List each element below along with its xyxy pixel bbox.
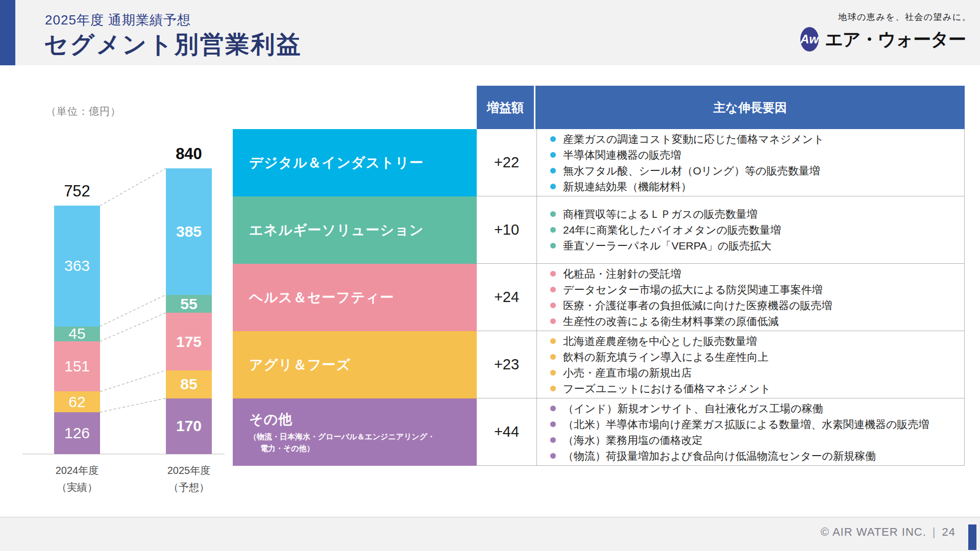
segment-label-block: ヘルス＆セーフティー <box>233 264 477 331</box>
bullet-dot-icon <box>550 406 556 411</box>
factor-text: 新規連結効果（機能材料） <box>563 179 692 194</box>
factor-text: 北海道産農産物を中心とした販売数量増 <box>563 334 757 348</box>
bullet-dot-icon <box>550 243 556 248</box>
bar-segment-value: 62 <box>68 393 85 411</box>
bullet-dot-icon <box>550 227 556 233</box>
factor-text: （海水）業務用塩の価格改定 <box>563 433 703 447</box>
logo-mark-text: Aw <box>800 32 819 46</box>
factor-item: 小売・産直市場の新規出店 <box>550 365 964 380</box>
bar-segment-value: 385 <box>176 223 202 240</box>
factor-item: 垂直ソーラーパネル「VERPA」の販売拡大 <box>550 238 964 253</box>
bullet-dot-icon <box>550 211 556 217</box>
factor-text: 商権買収等によるＬＰガスの販売数量増 <box>563 207 757 221</box>
factor-text: 垂直ソーラーパネル「VERPA」の販売拡大 <box>563 238 772 253</box>
factor-item: 無水フタル酸、シール材（Oリング）等の販売数量増 <box>550 163 964 178</box>
factor-text: フーズユニットにおける価格マネジメント <box>563 381 771 396</box>
footer-copyright: © AIR WATER INC. <box>821 525 926 539</box>
factor-text: （インド）新規オンサイト、自社液化ガス工場の稼働 <box>563 401 823 416</box>
bullet-dot-icon <box>550 184 556 189</box>
bar-segment-value: 151 <box>64 358 90 375</box>
factor-item: 新規連結効果（機能材料） <box>550 179 964 194</box>
bar-segment-value: 45 <box>68 325 85 342</box>
delta-value: +22 <box>477 129 537 196</box>
bar-total-label: 752 <box>41 182 113 201</box>
stacked-bar-2024年度: 3634515162126 <box>54 206 100 454</box>
bar-segment-value: 363 <box>64 257 90 274</box>
segment-note: （物流・日本海水・グローバル＆エンジニアリング・電力・その他） <box>249 431 462 455</box>
table-row: ヘルス＆セーフティー+24化粧品・注射針の受託増データセンター市場の拡大による防… <box>233 264 965 331</box>
bullet-dot-icon <box>550 168 556 173</box>
bar-segment: 175 <box>166 313 212 370</box>
footer-divider <box>0 517 980 517</box>
bullet-dot-icon <box>550 303 556 308</box>
table-row: その他（物流・日本海水・グローバル＆エンジニアリング・電力・その他）+44（イン… <box>233 398 965 466</box>
factor-item: 北海道産農産物を中心とした販売数量増 <box>550 334 964 348</box>
factor-item: 飲料の新充填ライン導入による生産性向上 <box>550 349 964 364</box>
factor-item: 商権買収等によるＬＰガスの販売数量増 <box>550 207 964 221</box>
bullet-dot-icon <box>550 338 556 344</box>
bullet-dot-icon <box>550 453 556 459</box>
factor-item: 医療・介護従事者の負担低減に向けた医療機器の販売増 <box>550 298 964 313</box>
segment-factors-table: 増益額 主な伸長要因 デジタル＆インダストリー+22産業ガスの調達コスト変動に応… <box>233 86 965 466</box>
factor-text: 生産性の改善による衛生材料事業の原価低減 <box>563 314 778 329</box>
x-axis-category-label: 2024年度（実績） <box>34 462 120 496</box>
segment-name: その他 <box>249 410 462 429</box>
factor-text: 化粧品・注射針の受託増 <box>563 266 681 281</box>
bar-segment-value: 175 <box>176 333 202 350</box>
bullet-dot-icon <box>550 370 556 375</box>
factor-item: 半導体関連機器の販売増 <box>550 147 964 162</box>
bottom-right-accent-bar <box>968 524 976 550</box>
bar-total-label: 840 <box>153 145 225 163</box>
footer-page-number: 24 <box>942 525 955 539</box>
bullet-dot-icon <box>550 287 556 292</box>
factor-item: 生産性の改善による衛生材料事業の原価低減 <box>550 314 964 329</box>
delta-value: +10 <box>477 196 537 264</box>
factor-item: 化粧品・注射針の受託増 <box>550 266 964 281</box>
top-left-accent-bar <box>0 0 15 65</box>
segment-note-line: （物流・日本海水・グローバル＆エンジニアリング・ <box>249 431 462 442</box>
factor-item: データセンター市場の拡大による防災関連工事案件増 <box>550 282 964 297</box>
footer-separator: | <box>933 525 936 539</box>
axis-label-year: 2025年度 <box>145 462 232 479</box>
factor-text: （物流）荷扱量増加および食品向け低温物流センターの新規稼働 <box>563 448 876 463</box>
company-tagline: 地球の恵みを、社会の望みに。 <box>838 11 966 23</box>
air-water-logo-icon: Aw <box>800 27 819 52</box>
table-header-row: 増益額 主な伸長要因 <box>477 86 965 129</box>
factors-cell: 北海道産農産物を中心とした販売数量増飲料の新充填ライン導入による生産性向上小売・… <box>537 331 965 398</box>
table-row: アグリ＆フーズ+23北海道産農産物を中心とした販売数量増飲料の新充填ライン導入に… <box>233 331 965 398</box>
bar-segment-value: 55 <box>180 295 197 313</box>
factor-item: （物流）荷扱量増加および食品向け低温物流センターの新規稼働 <box>550 448 964 463</box>
bar-segment: 62 <box>54 391 100 412</box>
factor-text: 無水フタル酸、シール材（Oリング）等の販売数量増 <box>563 163 820 178</box>
bullet-dot-icon <box>550 271 556 277</box>
bar-segment: 385 <box>166 168 212 295</box>
segment-label-block: その他（物流・日本海水・グローバル＆エンジニアリング・電力・その他） <box>233 398 477 466</box>
factor-item: （北米）半導体市場向け産業ガス拡販による数量増、水素関連機器の販売増 <box>550 417 964 432</box>
segment-note-line: 電力・その他） <box>249 442 462 454</box>
bar-segment-value: 85 <box>180 375 197 393</box>
footer: © AIR WATER INC. | 24 <box>821 525 955 539</box>
bullet-dot-icon <box>550 136 556 142</box>
factor-item: （海水）業務用塩の価格改定 <box>550 433 964 447</box>
segment-label-block: デジタル＆インダストリー <box>233 129 477 196</box>
factor-text: （北米）半導体市場向け産業ガス拡販による数量増、水素関連機器の販売増 <box>563 417 929 432</box>
factor-item: （インド）新規オンサイト、自社液化ガス工場の稼働 <box>550 401 964 416</box>
col-header-factors: 主な伸長要因 <box>535 86 965 129</box>
delta-value: +44 <box>477 398 537 466</box>
bullet-dot-icon <box>550 437 556 443</box>
factor-item: 産業ガスの調達コスト変動に応じた価格マネジメント <box>550 132 964 146</box>
slide-subtitle: 2025年度 通期業績予想 <box>45 11 191 29</box>
factors-cell: 化粧品・注射針の受託増データセンター市場の拡大による防災関連工事案件増医療・介護… <box>537 264 965 331</box>
stacked-bar-2025年度: 3855517585170 <box>166 168 212 454</box>
bar-segment: 45 <box>54 327 100 341</box>
bar-segment-value: 170 <box>176 417 202 435</box>
slide: 2025年度 通期業績予想 セグメント別営業利益 地球の恵みを、社会の望みに。 … <box>0 0 980 551</box>
bar-segment: 55 <box>166 295 212 313</box>
bar-segment: 85 <box>166 370 212 398</box>
table-row: デジタル＆インダストリー+22産業ガスの調達コスト変動に応じた価格マネジメント半… <box>233 129 965 196</box>
bullet-dot-icon <box>550 152 556 158</box>
factor-text: データセンター市場の拡大による防災関連工事案件増 <box>563 282 822 297</box>
factors-cell: 産業ガスの調達コスト変動に応じた価格マネジメント半導体関連機器の販売増無水フタル… <box>537 129 965 196</box>
bullet-dot-icon <box>550 318 556 324</box>
bullet-dot-icon <box>550 354 556 360</box>
